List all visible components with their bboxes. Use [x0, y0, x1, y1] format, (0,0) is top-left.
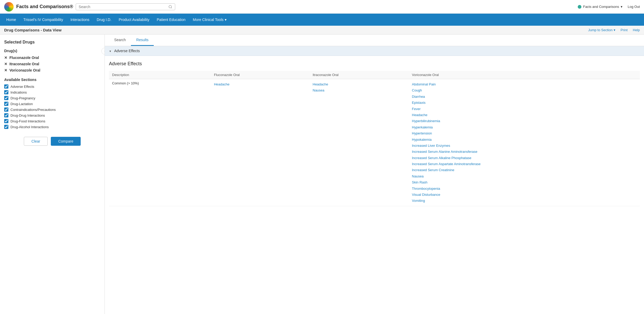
nav-home[interactable]: Home — [3, 14, 20, 26]
col-fluconazole: Fluconazole Oral — [211, 71, 310, 79]
nav-dropdown-icon: ▾ — [225, 18, 227, 22]
sub-header-actions: Jump to Section ▾ Print Help — [588, 28, 640, 32]
sidebar: Selected Drugs Drug(s) ✕ Fluconazole Ora… — [0, 35, 105, 314]
nav-more-clinical-tools[interactable]: More Clinical Tools ▾ — [189, 14, 230, 26]
content-area: Search Results Adverse Effects Adverse E… — [105, 35, 644, 314]
help-button[interactable]: Help — [633, 28, 640, 32]
section-drug-food: Drug-Food Interactions — [4, 119, 100, 123]
section-drug-drug-checkbox[interactable] — [4, 113, 8, 117]
sidebar-buttons: Clear Compare — [4, 137, 100, 146]
brand-pill[interactable]: Facts and Comparisons ▾ — [578, 5, 622, 9]
section-adverse-effects: Adverse Effects — [4, 84, 100, 89]
itraconazole-headache-link[interactable]: Headache — [313, 81, 406, 87]
tab-results[interactable]: Results — [131, 35, 154, 46]
section-drug-food-checkbox[interactable] — [4, 119, 8, 123]
available-sections: Available Sections Adverse Effects Indic… — [4, 78, 100, 129]
voriconazole-increased-serum-aspartate-link[interactable]: Increased Serum Aspartate Aminotransfera… — [412, 161, 637, 167]
chevron-down-icon: ▾ — [621, 5, 623, 9]
fluconazole-headache-link[interactable]: Headache — [214, 81, 306, 87]
section-drug-alcohol-label: Drug-Alcohol Interactions — [10, 125, 49, 129]
tab-search[interactable]: Search — [109, 35, 131, 46]
section-drug-drug: Drug-Drug Interactions — [4, 113, 100, 117]
search-input[interactable] — [79, 5, 166, 9]
remove-itraconazole-button[interactable]: ✕ — [4, 62, 7, 66]
nav-trissels[interactable]: Trissel's IV Compatibility — [20, 14, 67, 26]
voriconazole-fever-link[interactable]: Fever — [412, 106, 637, 112]
row-voriconazole: Abdominal Pain Cough Diarrhea Epistaxis … — [409, 79, 640, 206]
voriconazole-hypokalemia-link[interactable]: Hypokalemia — [412, 137, 637, 143]
sidebar-collapse-button[interactable]: ‹ — [101, 48, 105, 55]
top-header: Facts and Comparisons® Facts and Compari… — [0, 0, 644, 14]
svg-point-0 — [169, 5, 172, 8]
nav-interactions[interactable]: Interactions — [67, 14, 93, 26]
voriconazole-abdominal-pain-link[interactable]: Abdominal Pain — [412, 81, 637, 87]
search-bar — [76, 3, 175, 10]
nav-patient-education[interactable]: Patient Education — [153, 14, 189, 26]
adverse-effects-content-title: Adverse Effects — [109, 61, 640, 67]
drug-item-fluconazole: ✕ Fluconazole Oral — [4, 56, 100, 60]
compare-button[interactable]: Compare — [51, 137, 81, 146]
section-drug-pregnancy-label: Drug-Pregnancy — [10, 96, 35, 100]
drug-voriconazole-label: Voriconazole Oral — [9, 68, 40, 72]
row-description: Common (> 10%) — [109, 79, 211, 206]
voriconazole-epistaxis-link[interactable]: Epistaxis — [412, 100, 637, 106]
header-left: Facts and Comparisons® — [4, 2, 175, 12]
brand-pill-label: Facts and Comparisons — [583, 5, 619, 9]
col-itraconazole: Itraconazole Oral — [310, 71, 409, 79]
voriconazole-hyperkalemia-link[interactable]: Hyperkalemia — [412, 124, 637, 130]
adverse-effects-chevron-icon — [109, 49, 112, 53]
adverse-effects-header-title: Adverse Effects — [114, 49, 140, 53]
itraconazole-nausea-link[interactable]: Nausea — [313, 87, 406, 93]
section-contraindications: Contraindications/Precautions — [4, 107, 100, 112]
selected-drugs-title: Selected Drugs — [4, 40, 100, 45]
voriconazole-visual-disturbance-link[interactable]: Visual Disturbance — [412, 192, 637, 198]
remove-voriconazole-button[interactable]: ✕ — [4, 68, 7, 72]
voriconazole-hypertension-link[interactable]: Hypertension — [412, 130, 637, 136]
section-contraindications-label: Contraindications/Precautions — [10, 108, 56, 112]
jump-to-section[interactable]: Jump to Section ▾ — [588, 28, 615, 32]
drug-item-voriconazole: ✕ Voriconazole Oral — [4, 68, 100, 72]
table-row: Common (> 10%) Headache Headache Nausea … — [109, 79, 640, 206]
svg-line-1 — [171, 7, 172, 8]
voriconazole-increased-liver-enzymes-link[interactable]: Increased Liver Enzymes — [412, 143, 637, 149]
print-button[interactable]: Print — [621, 28, 628, 32]
section-drug-lactation-checkbox[interactable] — [4, 102, 8, 106]
voriconazole-thrombocytopenia-link[interactable]: Thrombocytopenia — [412, 186, 637, 192]
drug-item-itraconazole: ✕ Itraconazole Oral — [4, 62, 100, 66]
voriconazole-vomiting-link[interactable]: Vomiting — [412, 198, 637, 204]
voriconazole-hyperbilirubinemia-link[interactable]: Hyperbilirubinemia — [412, 118, 637, 124]
voriconazole-increased-serum-alkaline-link[interactable]: Increased Serum Alkaline Phosphatase — [412, 155, 637, 161]
search-icon[interactable] — [168, 5, 172, 9]
drugs-label: Drug(s) — [4, 49, 100, 53]
voriconazole-nausea-link[interactable]: Nausea — [412, 173, 637, 179]
section-drug-alcohol: Drug-Alcohol Interactions — [4, 125, 100, 129]
collapse-icon: ‹ — [104, 49, 105, 53]
nav-drugid[interactable]: Drug I.D. — [93, 14, 115, 26]
voriconazole-skin-rash-link[interactable]: Skin Rash — [412, 179, 637, 185]
section-drug-drug-label: Drug-Drug Interactions — [10, 113, 45, 117]
section-drug-lactation: Drug-Lactation — [4, 102, 100, 106]
voriconazole-cough-link[interactable]: Cough — [412, 87, 637, 93]
section-indications-checkbox[interactable] — [4, 90, 8, 94]
adverse-effects-content: Adverse Effects Description Fluconazole … — [105, 56, 644, 212]
section-contraindications-checkbox[interactable] — [4, 107, 8, 112]
row-fluconazole: Headache — [211, 79, 310, 206]
remove-fluconazole-button[interactable]: ✕ — [4, 56, 7, 60]
voriconazole-increased-serum-alanine-link[interactable]: Increased Serum Alanine Aminotransferase — [412, 149, 637, 155]
main-nav: Home Trissel's IV Compatibility Interact… — [0, 14, 644, 26]
clear-button[interactable]: Clear — [24, 137, 48, 146]
nav-product-availability[interactable]: Product Availability — [115, 14, 153, 26]
available-sections-title: Available Sections — [4, 78, 100, 82]
drug-itraconazole-label: Itraconazole Oral — [9, 62, 39, 66]
voriconazole-increased-serum-creatinine-link[interactable]: Increased Serum Creatinine — [412, 167, 637, 173]
section-drug-alcohol-checkbox[interactable] — [4, 125, 8, 129]
logo-icon — [4, 2, 14, 12]
voriconazole-headache-link[interactable]: Headache — [412, 112, 637, 118]
drugs-section: Drug(s) ✕ Fluconazole Oral ✕ Itraconazol… — [4, 49, 100, 72]
voriconazole-diarrhea-link[interactable]: Diarrhea — [412, 94, 637, 100]
section-adverse-effects-checkbox[interactable] — [4, 84, 8, 89]
adverse-effects-section-header[interactable]: Adverse Effects — [105, 46, 644, 56]
section-drug-pregnancy-checkbox[interactable] — [4, 96, 8, 100]
logout-button[interactable]: Log Out — [628, 5, 640, 9]
page-title: Drug Comparisons - Data View — [4, 28, 62, 32]
